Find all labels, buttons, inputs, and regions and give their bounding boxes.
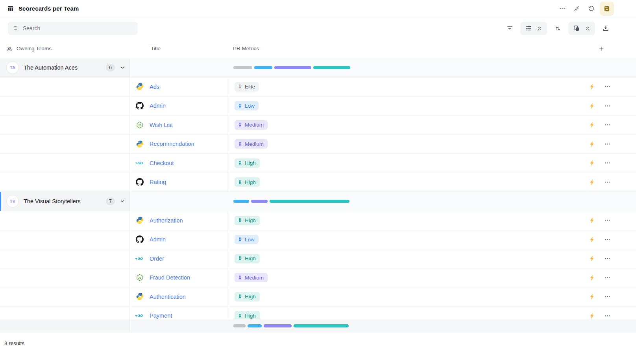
title-cell: Admin bbox=[130, 97, 227, 116]
title-cell: Rating bbox=[130, 173, 227, 192]
column-header-title[interactable]: Title bbox=[130, 46, 227, 51]
pr-metric-label: High bbox=[245, 256, 256, 261]
row-menu-icon[interactable] bbox=[604, 83, 611, 90]
scorecard-link[interactable]: Wish List bbox=[150, 122, 173, 128]
pr-metric-badge[interactable]: Medium bbox=[235, 273, 268, 282]
metric-bar-gray bbox=[233, 66, 252, 69]
page-title: Scorecards per Team bbox=[18, 5, 79, 12]
lightning-icon[interactable] bbox=[589, 103, 595, 109]
pr-metric-label: Low bbox=[245, 103, 255, 109]
filter-icon[interactable] bbox=[504, 22, 516, 35]
lightning-icon[interactable] bbox=[589, 179, 595, 186]
pr-metric-badge[interactable]: Low bbox=[235, 235, 259, 244]
team-group-row[interactable]: TV The Visual Storytellers 7 bbox=[0, 192, 636, 211]
team-cell[interactable]: TV The Visual Storytellers 7 bbox=[0, 192, 130, 211]
row-menu-icon[interactable] bbox=[604, 274, 611, 281]
row-menu-icon[interactable] bbox=[604, 103, 611, 109]
scorecard-link[interactable]: Checkout bbox=[150, 160, 174, 166]
table-body: TA The Automation Aces 6 Ads bbox=[0, 58, 636, 333]
clear-view-icon[interactable] bbox=[537, 22, 542, 35]
owning-team-cell-empty bbox=[0, 135, 130, 154]
team-name: The Visual Storytellers bbox=[24, 198, 81, 204]
row-menu-icon[interactable] bbox=[604, 236, 611, 243]
scorecard-link[interactable]: Admin bbox=[150, 103, 166, 109]
clear-group-icon[interactable] bbox=[585, 22, 590, 35]
row-actions bbox=[589, 135, 636, 154]
scorecard-link[interactable]: Admin bbox=[150, 236, 166, 243]
scorecard-link[interactable]: Ads bbox=[150, 84, 159, 90]
pr-metric-label: Low bbox=[245, 237, 255, 243]
pr-metrics-cell: Medium bbox=[227, 135, 589, 154]
scorecard-row: Recommendation Medium bbox=[0, 135, 636, 154]
python-icon bbox=[135, 292, 144, 301]
python-icon bbox=[135, 216, 144, 225]
row-menu-icon[interactable] bbox=[604, 313, 611, 319]
owning-team-cell-empty bbox=[0, 287, 130, 306]
pr-metric-badge[interactable]: High bbox=[235, 311, 260, 318]
lightning-icon[interactable] bbox=[589, 217, 595, 224]
row-menu-icon[interactable] bbox=[604, 293, 611, 300]
search-input[interactable] bbox=[23, 25, 133, 31]
results-count: 3 results bbox=[4, 340, 24, 346]
team-count-badge: 7 bbox=[106, 197, 115, 205]
scorecard-link[interactable]: Order bbox=[150, 256, 164, 262]
scorecard-link[interactable]: Fraud Detection bbox=[150, 274, 190, 281]
lightning-icon[interactable] bbox=[589, 313, 595, 319]
add-column-button[interactable] bbox=[598, 39, 605, 58]
lightning-icon[interactable] bbox=[589, 141, 595, 147]
pr-metric-badge[interactable]: Low bbox=[235, 101, 259, 110]
team-group-row[interactable]: TA The Automation Aces 6 bbox=[0, 58, 636, 77]
owning-team-cell-empty bbox=[0, 173, 130, 192]
pr-metric-badge[interactable]: High bbox=[235, 254, 260, 263]
pr-metric-badge[interactable]: Medium bbox=[235, 120, 268, 130]
lightning-icon[interactable] bbox=[589, 236, 595, 243]
chevron-down-icon[interactable] bbox=[120, 199, 125, 204]
pr-metric-badge[interactable]: Medium bbox=[235, 139, 268, 149]
scorecard-link[interactable]: Recommendation bbox=[150, 141, 194, 147]
search-box[interactable] bbox=[8, 22, 138, 35]
sort-icon[interactable] bbox=[552, 22, 564, 35]
pr-metric-badge[interactable]: High bbox=[235, 158, 260, 168]
lightning-icon[interactable] bbox=[589, 274, 595, 281]
go-icon: GO bbox=[135, 159, 144, 167]
medal-icon bbox=[237, 256, 242, 261]
row-menu-icon[interactable] bbox=[604, 121, 611, 128]
column-header-pr-metrics[interactable]: PR Metrics bbox=[227, 46, 636, 51]
lightning-icon[interactable] bbox=[589, 160, 595, 166]
group-by-icon[interactable] bbox=[573, 22, 580, 35]
row-menu-icon[interactable] bbox=[604, 160, 611, 166]
lightning-icon[interactable] bbox=[589, 293, 595, 300]
metric-bar-teal bbox=[270, 200, 349, 203]
github-icon bbox=[135, 235, 144, 244]
title-cell: Recommendation bbox=[130, 135, 227, 154]
lightning-icon[interactable] bbox=[589, 83, 595, 90]
row-menu-icon[interactable] bbox=[604, 179, 611, 186]
owning-team-cell-empty bbox=[0, 154, 130, 173]
metric-bar-teal bbox=[294, 324, 349, 327]
lightning-icon[interactable] bbox=[589, 255, 595, 262]
collapse-icon[interactable] bbox=[571, 3, 582, 15]
scorecard-link[interactable]: Authentication bbox=[150, 294, 186, 300]
save-icon[interactable] bbox=[600, 2, 614, 16]
undo-icon[interactable] bbox=[585, 3, 597, 15]
view-list-icon[interactable] bbox=[525, 22, 532, 35]
pr-metric-badge[interactable]: Elite bbox=[235, 82, 259, 92]
team-cell[interactable]: TA The Automation Aces 6 bbox=[0, 58, 130, 77]
lightning-icon[interactable] bbox=[589, 121, 595, 128]
metric-distribution-bars bbox=[233, 66, 350, 69]
table-view-icon bbox=[7, 5, 14, 12]
row-menu-icon[interactable] bbox=[604, 255, 611, 262]
row-menu-icon[interactable] bbox=[604, 217, 611, 224]
pr-metric-badge[interactable]: High bbox=[235, 177, 260, 187]
more-menu-icon[interactable] bbox=[556, 3, 568, 15]
download-icon[interactable] bbox=[600, 22, 612, 35]
chevron-down-icon[interactable] bbox=[120, 65, 125, 70]
metric-distribution-bars bbox=[233, 200, 349, 203]
column-header-owning-teams[interactable]: Owning Teams bbox=[0, 46, 130, 52]
scorecard-link[interactable]: Authorization bbox=[150, 217, 183, 224]
scorecard-link[interactable]: Payment bbox=[150, 313, 172, 318]
pr-metric-badge[interactable]: High bbox=[235, 292, 260, 301]
row-menu-icon[interactable] bbox=[604, 141, 611, 147]
scorecard-link[interactable]: Rating bbox=[150, 179, 166, 185]
pr-metric-badge[interactable]: High bbox=[235, 216, 260, 225]
